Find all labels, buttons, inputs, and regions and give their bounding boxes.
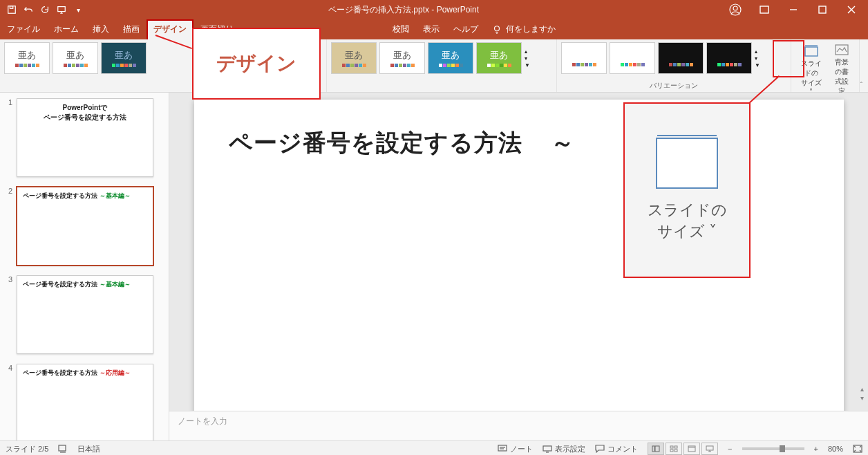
variation-thumb[interactable] [658, 42, 704, 74]
start-slideshow-icon[interactable] [54, 2, 69, 17]
svg-rect-24 [670, 449, 673, 452]
status-language[interactable]: 日本語 [77, 444, 100, 454]
slide-thumbnail[interactable]: ページ番号を設定する方法 ～基本編～ [17, 187, 153, 266]
close-icon[interactable] [838, 1, 865, 19]
view-sorter-icon[interactable] [666, 443, 682, 455]
redo-icon[interactable] [37, 2, 53, 17]
slide-thumbnail-panel[interactable]: 1PowerPointでページ番号を設定する方法2ページ番号を設定する方法 ～基… [0, 93, 169, 440]
tab-draw[interactable]: 描画 [116, 19, 147, 39]
tab-review[interactable]: 校閲 [386, 19, 416, 39]
view-reading-icon[interactable] [683, 443, 700, 455]
zoom-slider[interactable] [742, 447, 804, 450]
zoom-percentage[interactable]: 80% [828, 445, 843, 453]
theme-thumb[interactable]: 亜あ [428, 42, 473, 74]
status-display-button[interactable]: 表示設定 [542, 444, 585, 454]
svg-rect-12 [805, 47, 818, 56]
view-slideshow-icon[interactable] [701, 443, 718, 455]
lightbulb-icon [492, 25, 502, 35]
svg-rect-5 [760, 6, 768, 13]
notes-icon [498, 445, 507, 453]
theme-thumb[interactable]: 亜あ [101, 42, 147, 74]
save-icon[interactable] [4, 2, 19, 17]
tab-transition[interactable]: 画面切り [194, 19, 240, 39]
svg-rect-0 [8, 6, 16, 14]
slide-thumbnail[interactable]: ページ番号を設定する方法 ～応用編～ [17, 364, 153, 440]
svg-rect-1 [10, 6, 12, 9]
undo-icon[interactable] [21, 2, 36, 17]
theme-thumb[interactable]: 亜あ [331, 42, 377, 74]
next-slide-icon[interactable]: ▾ [860, 394, 864, 402]
status-slide-number: スライド 2/5 [6, 444, 48, 454]
qat-more-icon[interactable]: ▾ [70, 2, 86, 17]
svg-rect-21 [655, 446, 659, 452]
theme-gallery-more-icon[interactable]: ▴▾▼ [525, 48, 533, 68]
slide-title[interactable]: ページ番号を設定する方法 ～ [229, 127, 809, 159]
svg-rect-25 [674, 449, 677, 452]
active-slide[interactable]: ページ番号を設定する方法 ～ 2 [194, 100, 844, 411]
slide-nav-arrows[interactable]: ▴ ▾ [860, 385, 864, 402]
theme-thumb[interactable]: 亜あ [4, 42, 50, 74]
prev-slide-icon[interactable]: ▴ [860, 385, 864, 393]
spellcheck-icon[interactable] [58, 445, 68, 453]
svg-rect-20 [652, 446, 654, 452]
format-background-button[interactable]: 背景の書 式設定 [828, 42, 855, 98]
group-label-variation: バリエーション [561, 81, 786, 91]
format-background-icon [834, 44, 849, 56]
tab-insert[interactable]: 挿入 [86, 19, 116, 39]
svg-rect-15 [59, 445, 66, 451]
variation-thumb[interactable] [706, 42, 752, 74]
tab-view[interactable]: 表示 [416, 19, 446, 39]
variation-thumb[interactable] [610, 42, 655, 74]
svg-rect-7 [819, 6, 826, 13]
slide-size-button[interactable]: スライドの サイズ ˅ [795, 44, 827, 97]
svg-point-4 [733, 6, 737, 10]
svg-rect-22 [670, 446, 673, 448]
status-notes-button[interactable]: ノート [498, 444, 533, 454]
tab-help[interactable]: ヘルプ [446, 19, 485, 39]
svg-rect-2 [58, 7, 66, 12]
zoom-in-icon[interactable]: + [814, 445, 818, 453]
tab-design[interactable]: デザイン [147, 19, 194, 39]
comment-icon [595, 445, 605, 453]
theme-thumb[interactable]: 亜あ [379, 42, 425, 74]
window-title: ページ番号の挿入方法.pptx - PowerPoint [86, 4, 721, 16]
notes-pane[interactable]: ノートを入力 [169, 411, 868, 440]
svg-rect-26 [688, 446, 695, 452]
tellme-search[interactable]: 何をしますか [492, 24, 556, 39]
slide-thumbnail[interactable]: PowerPointでページ番号を設定する方法 [17, 98, 153, 177]
variation-thumb[interactable] [561, 42, 607, 74]
svg-rect-19 [543, 446, 551, 451]
fit-window-icon[interactable] [853, 445, 862, 453]
minimize-icon[interactable] [780, 1, 807, 19]
theme-thumb[interactable]: 亜あ [476, 42, 522, 74]
account-icon[interactable] [721, 1, 749, 19]
status-comment-button[interactable]: コメント [595, 444, 638, 454]
theme-thumb[interactable]: 亜あ [53, 42, 98, 74]
thumb-number: 3 [4, 275, 12, 354]
ribbon-display-icon[interactable] [751, 1, 778, 19]
tab-file[interactable]: ファイル [0, 19, 47, 39]
svg-rect-23 [674, 446, 677, 448]
thumb-number: 1 [4, 98, 12, 177]
display-settings-icon [542, 445, 552, 453]
slide-size-icon [804, 45, 819, 57]
tab-home[interactable]: ホーム [47, 19, 86, 39]
variation-gallery-more-icon[interactable]: ▴▾▼ [755, 48, 763, 68]
thumb-number: 2 [4, 187, 12, 266]
slide-thumbnail[interactable]: ページ番号を設定する方法 ～基本編～ [17, 275, 153, 354]
svg-point-10 [495, 26, 500, 30]
svg-rect-16 [498, 445, 507, 451]
view-normal-icon[interactable] [648, 443, 664, 455]
tellme-label: 何をしますか [506, 24, 556, 35]
maximize-icon[interactable] [809, 1, 836, 19]
collapse-ribbon-icon[interactable]: ˆ [860, 82, 862, 89]
thumb-number: 4 [4, 364, 12, 440]
zoom-out-icon[interactable]: − [728, 445, 732, 453]
svg-rect-28 [706, 446, 713, 450]
